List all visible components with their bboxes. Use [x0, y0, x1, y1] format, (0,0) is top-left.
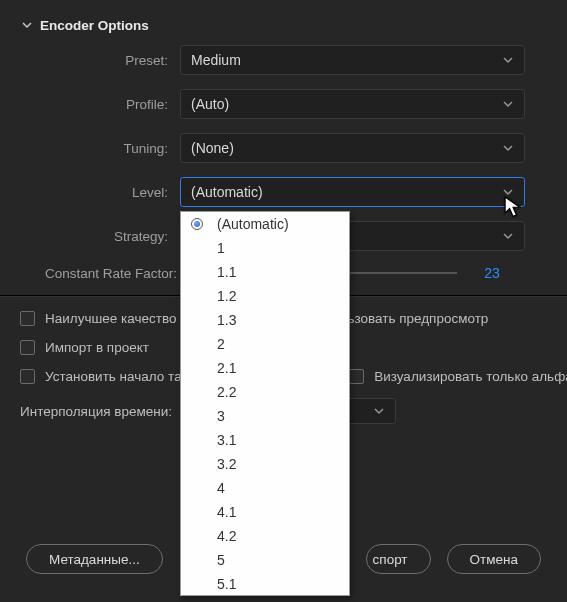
chevron-down-icon [373, 405, 385, 417]
level-option[interactable]: 1.3 [181, 308, 349, 332]
section-title: Encoder Options [40, 18, 149, 33]
section-header-encoder-options[interactable]: Encoder Options [0, 0, 567, 45]
chevron-down-icon [502, 98, 514, 110]
level-option-label: 2.2 [217, 384, 236, 400]
level-option[interactable]: 3.2 [181, 452, 349, 476]
chevron-down-icon [502, 186, 514, 198]
level-option[interactable]: 2.1 [181, 356, 349, 380]
level-option-label: 1.3 [217, 312, 236, 328]
radio-selected-icon [191, 218, 203, 230]
level-option-label: 1.1 [217, 264, 236, 280]
level-label: Level: [0, 185, 180, 200]
chevron-down-icon [502, 142, 514, 154]
profile-dropdown[interactable]: (Auto) [180, 89, 525, 119]
profile-value: (Auto) [191, 96, 229, 112]
tuning-dropdown[interactable]: (None) [180, 133, 525, 163]
cancel-button[interactable]: Отмена [447, 544, 541, 574]
level-option[interactable]: 4 [181, 476, 349, 500]
profile-label: Profile: [0, 97, 180, 112]
level-option-label: 2 [217, 336, 225, 352]
set-start-label: Установить начало тай [45, 369, 189, 384]
level-option[interactable]: 5.1 [181, 572, 349, 596]
best-quality-checkbox[interactable] [20, 311, 35, 326]
level-option-label: 1 [217, 240, 225, 256]
level-option[interactable]: 1.1 [181, 260, 349, 284]
level-option[interactable]: 4.2 [181, 524, 349, 548]
crf-label: Constant Rate Factor: [0, 266, 195, 281]
level-option[interactable]: 4.1 [181, 500, 349, 524]
level-option[interactable]: (Automatic) [181, 212, 349, 236]
strategy-label: Strategy: [0, 229, 180, 244]
tuning-label: Tuning: [0, 141, 180, 156]
level-option-label: 5.1 [217, 576, 236, 592]
alpha-only-checkbox[interactable] [349, 369, 364, 384]
level-option-label: 5 [217, 552, 225, 568]
level-option[interactable]: 5 [181, 548, 349, 572]
level-option-label: 2.1 [217, 360, 236, 376]
level-option[interactable]: 1.2 [181, 284, 349, 308]
level-option-label: 4.2 [217, 528, 236, 544]
preset-dropdown[interactable]: Medium [180, 45, 525, 75]
collapse-icon [22, 18, 32, 33]
level-option-label: 3 [217, 408, 225, 424]
use-preview-label: ьзовать предпросмотр [347, 311, 488, 326]
import-project-checkbox[interactable] [20, 340, 35, 355]
import-project-label: Импорт в проект [45, 340, 149, 355]
level-option[interactable]: 2.2 [181, 380, 349, 404]
best-quality-label: Наилучшее качество в [45, 311, 187, 326]
level-dropdown-popup[interactable]: (Automatic)11.11.21.322.12.233.13.244.14… [180, 211, 350, 596]
level-option-label: 1.2 [217, 288, 236, 304]
level-option-label: 4.1 [217, 504, 236, 520]
level-option-label: (Automatic) [217, 216, 289, 232]
export-button[interactable]: спорт [366, 544, 431, 574]
level-option[interactable]: 2 [181, 332, 349, 356]
preset-label: Preset: [0, 53, 180, 68]
level-option[interactable]: 3.1 [181, 428, 349, 452]
tuning-value: (None) [191, 140, 234, 156]
level-option[interactable]: 3 [181, 404, 349, 428]
chevron-down-icon [502, 54, 514, 66]
level-option-label: 4 [217, 480, 225, 496]
level-option-label: 3.2 [217, 456, 236, 472]
level-dropdown[interactable]: (Automatic) [180, 177, 525, 207]
metadata-button[interactable]: Метаданные... [26, 544, 163, 574]
level-option[interactable]: 1 [181, 236, 349, 260]
crf-value[interactable]: 23 [457, 265, 527, 281]
alpha-only-label: Визуализировать только альфа- [374, 369, 567, 384]
interp-label: Интерполяция времени: [20, 404, 172, 419]
level-option-label: 3.1 [217, 432, 236, 448]
chevron-down-icon [502, 230, 514, 242]
set-start-checkbox[interactable] [20, 369, 35, 384]
level-value: (Automatic) [191, 184, 263, 200]
preset-value: Medium [191, 52, 241, 68]
